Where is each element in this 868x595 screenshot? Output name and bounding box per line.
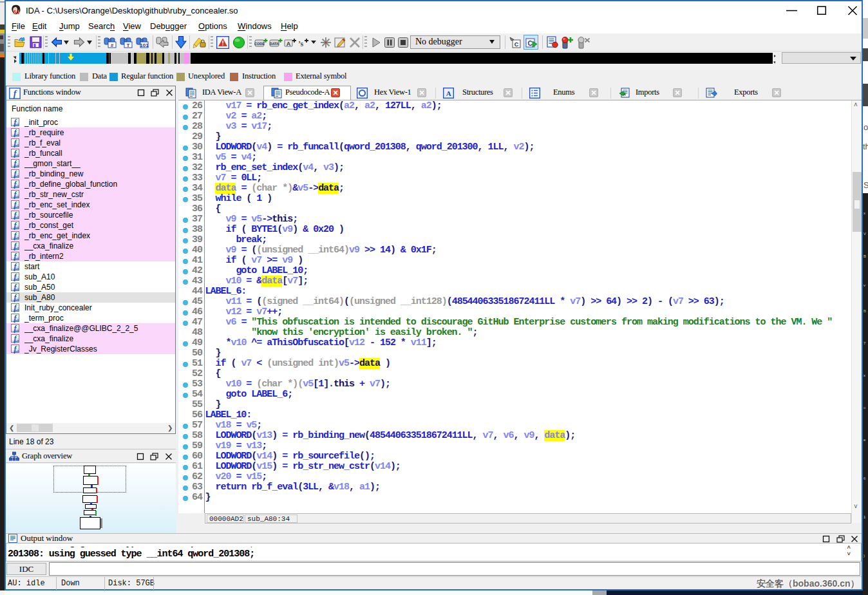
svg-text:C: C: [514, 41, 519, 48]
svg-text:64: 64: [14, 9, 20, 15]
svg-text:C: C: [527, 40, 532, 47]
svg-text:CODE: CODE: [254, 42, 265, 46]
svg-text:101: 101: [140, 42, 149, 48]
svg-text:A: A: [287, 41, 291, 47]
svg-text:’s: ’s: [298, 39, 304, 48]
svg-text:A: A: [446, 90, 451, 97]
svg-text:#: #: [111, 42, 114, 48]
svg-text:T: T: [127, 42, 130, 48]
svg-text:DATA: DATA: [270, 42, 279, 46]
